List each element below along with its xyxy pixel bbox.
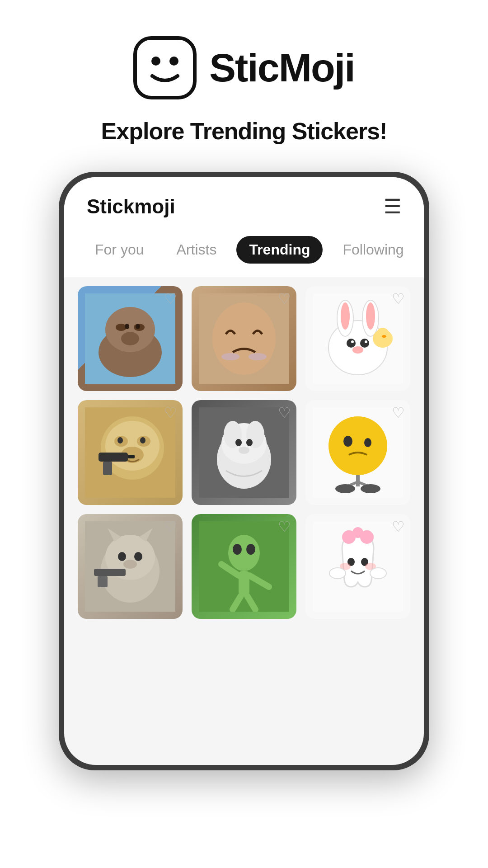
svg-point-8 (121, 332, 139, 345)
svg-rect-0 (135, 38, 195, 98)
heart-icon[interactable]: ♡ (392, 519, 405, 534)
phone-app-name: Stickmoji (87, 195, 175, 218)
svg-point-27 (376, 328, 389, 340)
svg-point-72 (228, 535, 260, 571)
tab-artists[interactable]: Artists (164, 236, 229, 264)
svg-point-48 (239, 447, 249, 454)
svg-point-32 (105, 421, 160, 471)
svg-point-73 (233, 544, 242, 555)
app-subtitle: Explore Trending Stickers! (101, 118, 387, 145)
svg-point-36 (140, 437, 145, 443)
svg-rect-38 (99, 453, 128, 462)
app-logo-icon (133, 36, 197, 99)
sticker-item[interactable]: ♡ (305, 286, 410, 391)
tab-trending[interactable]: Trending (236, 236, 323, 264)
heart-icon[interactable]: ♡ (164, 292, 177, 306)
svg-rect-39 (103, 462, 112, 475)
svg-point-35 (117, 437, 123, 443)
heart-icon[interactable]: ♡ (164, 406, 177, 420)
svg-rect-69 (94, 569, 126, 576)
svg-point-14 (249, 353, 267, 360)
phone-navbar: Stickmoji ☰ (64, 177, 424, 227)
phone-screen: Stickmoji ☰ For you Artists Trending Fol… (64, 177, 424, 765)
svg-point-1 (151, 57, 160, 66)
svg-point-87 (329, 568, 346, 579)
sticker-item[interactable]: ♡ (192, 286, 296, 391)
sticker-item[interactable]: ♡ (305, 400, 410, 505)
svg-point-57 (335, 484, 355, 493)
svg-point-23 (351, 340, 354, 343)
svg-point-12 (212, 302, 276, 375)
svg-point-47 (246, 439, 253, 446)
svg-point-25 (352, 346, 363, 354)
heart-icon[interactable]: ♡ (164, 519, 177, 534)
svg-point-58 (361, 484, 380, 493)
heart-icon[interactable]: ♡ (278, 519, 291, 534)
tab-for-you[interactable]: For you (82, 236, 156, 264)
hamburger-icon[interactable]: ☰ (384, 197, 401, 217)
svg-point-68 (123, 560, 137, 569)
app-header: SticMoji (133, 36, 354, 99)
sticker-grid: ♡ ♡ (64, 277, 424, 637)
phone-tabs: For you Artists Trending Following Statu… (64, 227, 424, 277)
svg-point-88 (370, 568, 386, 579)
svg-point-52 (364, 438, 371, 447)
heart-icon[interactable]: ♡ (392, 406, 405, 420)
svg-point-24 (365, 340, 367, 343)
svg-point-29 (382, 335, 386, 338)
svg-point-50 (328, 416, 387, 475)
sticker-item[interactable]: ♡ (305, 514, 410, 619)
app-title: SticMoji (209, 45, 354, 91)
heart-icon[interactable]: ♡ (278, 292, 291, 306)
svg-point-9 (125, 324, 129, 329)
svg-point-13 (221, 353, 239, 360)
sticker-item[interactable]: ♡ (192, 400, 296, 505)
sticker-item[interactable]: ♡ (78, 286, 183, 391)
svg-point-46 (235, 439, 242, 446)
sticker-item[interactable]: ♡ (78, 400, 183, 505)
svg-point-20 (366, 302, 375, 330)
svg-point-22 (360, 339, 369, 348)
svg-point-19 (341, 302, 350, 330)
sticker-item[interactable]: ♡ (78, 514, 183, 619)
svg-point-2 (169, 57, 178, 66)
svg-rect-40 (128, 455, 135, 458)
sticker-item[interactable]: ♡ (192, 514, 296, 619)
svg-point-74 (246, 544, 255, 555)
heart-icon[interactable]: ♡ (278, 406, 291, 420)
svg-rect-70 (98, 576, 108, 587)
svg-point-51 (343, 436, 352, 447)
svg-point-91 (360, 530, 374, 544)
phone-mockup: Stickmoji ☰ For you Artists Trending Fol… (59, 172, 429, 770)
svg-point-64 (118, 552, 126, 561)
svg-point-21 (347, 339, 356, 348)
tab-following[interactable]: Following (330, 236, 416, 264)
svg-point-10 (136, 324, 140, 329)
svg-point-65 (134, 552, 142, 561)
heart-icon[interactable]: ♡ (392, 292, 405, 306)
